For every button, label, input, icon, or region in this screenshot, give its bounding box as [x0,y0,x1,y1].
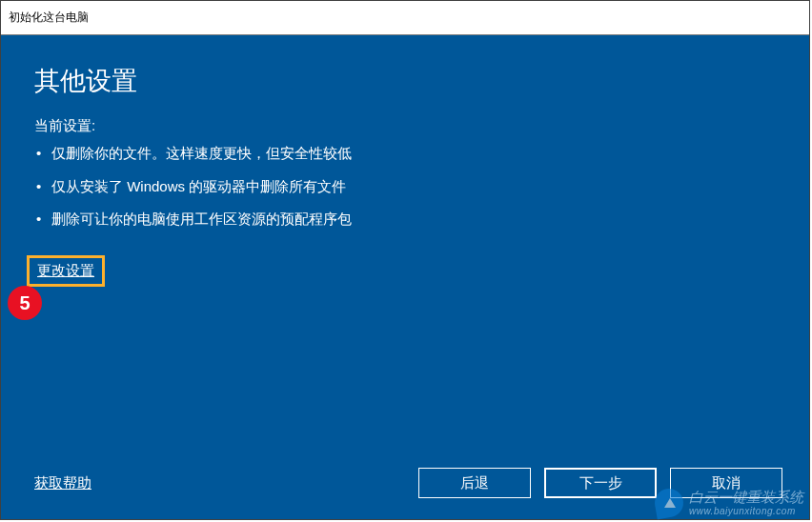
page-heading: 其他设置 [34,64,776,98]
list-item: 删除可让你的电脑使用工作区资源的预配程序包 [34,209,776,231]
help-link[interactable]: 获取帮助 [34,474,91,492]
dialog-window: 初始化这台电脑 其他设置 当前设置: 仅删除你的文件。这样速度更快，但安全性较低… [0,0,810,520]
window-title: 初始化这台电脑 [9,10,89,26]
change-settings-link[interactable]: 更改设置 [37,262,94,278]
annotation-step-badge: 5 [8,286,42,320]
watermark: 白云一键重装系统 www.baiyunxitong.com [655,489,803,517]
content-area: 其他设置 当前设置: 仅删除你的文件。这样速度更快，但安全性较低 仅从安装了 W… [1,35,809,519]
watermark-cn: 白云一键重装系统 [689,490,803,506]
back-button[interactable]: 后退 [418,468,531,498]
current-settings-label: 当前设置: [34,117,776,135]
change-settings-highlight: 更改设置 [27,255,105,287]
next-button[interactable]: 下一步 [544,468,657,498]
settings-bullet-list: 仅删除你的文件。这样速度更快，但安全性较低 仅从安装了 Windows 的驱动器… [34,143,776,242]
watermark-logo-icon [653,487,686,520]
list-item: 仅删除你的文件。这样速度更快，但安全性较低 [34,143,776,165]
watermark-url: www.baiyunxitong.com [689,506,803,516]
list-item: 仅从安装了 Windows 的驱动器中删除所有文件 [34,176,776,198]
watermark-text: 白云一键重装系统 www.baiyunxitong.com [689,490,803,516]
titlebar: 初始化这台电脑 [1,1,809,35]
